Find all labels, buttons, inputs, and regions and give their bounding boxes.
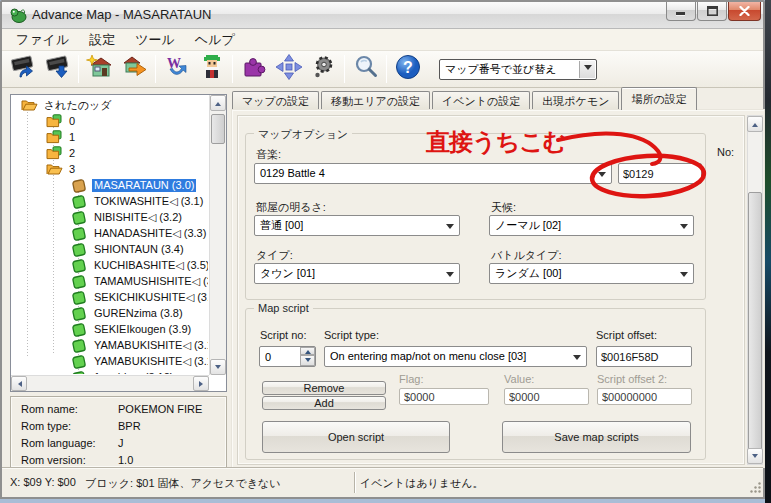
brightness-combobox[interactable]: 普通 [00]: [254, 215, 460, 236]
trainer-button[interactable]: [194, 53, 229, 85]
new-map-button[interactable]: [82, 53, 117, 85]
tree-item[interactable]: 3: [11, 161, 208, 177]
music-number-input[interactable]: [618, 163, 702, 184]
tree-item[interactable]: YAMABUKISHITE◁ (3.10): [11, 337, 208, 353]
open-rom-button[interactable]: [5, 53, 40, 85]
tree-item[interactable]: されたのッダ: [11, 97, 208, 113]
save-map-scripts-button[interactable]: Save map scripts: [502, 421, 691, 453]
tree-item[interactable]: MASARATAUN (3.0): [11, 177, 208, 193]
menu-item-0[interactable]: ファイル: [6, 30, 79, 50]
resize-grip[interactable]: [749, 481, 762, 496]
rom-info-row: Rom language:J: [21, 437, 226, 454]
chevron-down-icon: [446, 224, 454, 233]
map-script-group-title: Map script: [254, 302, 313, 314]
tree-item[interactable]: YAMABUKISHITE◁ (3.11): [11, 353, 208, 369]
map-icon: [71, 242, 89, 257]
sort-dropdown-value: マップ番号で並び替え: [445, 63, 557, 75]
movement-permissions-button[interactable]: [271, 53, 306, 85]
value-label: Value:: [504, 373, 534, 385]
chevron-down-icon[interactable]: [579, 61, 595, 78]
open-script-button[interactable]: Open script: [262, 421, 450, 453]
toolbar-separator: [232, 55, 233, 83]
tree-vertical-scrollbar[interactable]: [209, 95, 226, 375]
advance-map-window: Advance Map - MASARATAUN ファイル設定ツールヘルプ W?…: [0, 0, 765, 499]
tab-2[interactable]: イベントの設定: [432, 91, 530, 110]
tree-item[interactable]: SEKICHIKUSHITE◁ (3.7): [11, 289, 208, 305]
weather-combobox[interactable]: ノーマル [02]: [489, 215, 694, 236]
menu-item-2[interactable]: ツール: [125, 30, 185, 50]
map-icon: [71, 210, 89, 225]
map-type-combobox[interactable]: タウン [01]: [254, 263, 460, 284]
tab-0[interactable]: マップの設定: [232, 91, 319, 110]
tab-3[interactable]: 出現ポケモン: [532, 91, 619, 110]
sort-dropdown[interactable]: マップ番号で並び替え: [439, 59, 597, 80]
tree-item[interactable]: NIBISHITE◁ (3.2): [11, 209, 208, 225]
maximize-button[interactable]: [697, 2, 727, 21]
panel-vertical-scrollbar[interactable]: [747, 115, 763, 465]
save-map-scripts-label: Save map scripts: [554, 431, 638, 443]
block-editor-button[interactable]: [236, 53, 271, 85]
insert-map-button[interactable]: [117, 53, 152, 85]
scrollbar-thumb[interactable]: [748, 192, 762, 450]
music-number-caption: No:: [717, 146, 734, 158]
scroll-down-button[interactable]: [747, 448, 763, 464]
script-type-combobox[interactable]: On entering map/not on menu close [03]: [324, 346, 587, 367]
scroll-up-button[interactable]: [210, 95, 226, 111]
value-input[interactable]: [504, 388, 589, 405]
save-rom-button[interactable]: [40, 53, 75, 85]
tree-item-label: 0: [67, 115, 77, 128]
script-offset2-input[interactable]: [597, 388, 692, 405]
spinner-up-button[interactable]: [300, 347, 315, 355]
zoom-button[interactable]: [348, 53, 383, 85]
scroll-down-button[interactable]: [210, 359, 226, 375]
map-icon: [71, 306, 89, 321]
script-offset-input[interactable]: [596, 346, 692, 367]
tree-item[interactable]: GURENzima (3.8): [11, 305, 208, 321]
tree-rows: されたのッダ0123MASARATAUN (3.0)TOKIWASHITE◁ (…: [11, 97, 208, 374]
brightness-label: 部屋の明るさ:: [256, 200, 326, 215]
scroll-right-button[interactable]: [193, 376, 209, 391]
tree-item[interactable]: HANADASHITE◁ (3.3): [11, 225, 208, 241]
close-icon: [739, 6, 750, 16]
tree-item-label: HANADASHITE◁ (3.3): [92, 227, 208, 240]
tree-item[interactable]: TOKIWASHITE◁ (3.1): [11, 193, 208, 209]
tree-item[interactable]: 1noshima (3.12): [11, 369, 208, 374]
menu-item-1[interactable]: 設定: [79, 30, 125, 50]
remove-script-button[interactable]: Remove: [262, 381, 386, 395]
spinner-down-button[interactable]: [300, 355, 315, 366]
title-bar[interactable]: Advance Map - MASARATAUN: [2, 2, 763, 29]
map-type-value: タウン [01]: [260, 267, 315, 279]
minimize-button[interactable]: [666, 2, 696, 21]
scroll-left-button[interactable]: [11, 376, 27, 391]
add-script-button[interactable]: Add: [262, 396, 386, 410]
tree-item-label: SHIONTAUN (3.4): [92, 243, 186, 256]
maximize-icon: [707, 6, 718, 16]
tree-item[interactable]: SHIONTAUN (3.4): [11, 241, 208, 257]
export-map-button[interactable]: W: [159, 53, 194, 85]
battle-type-combobox[interactable]: ランダム [00]: [489, 263, 694, 284]
close-button[interactable]: [728, 2, 761, 21]
tree-item-label: NIBISHITE◁ (3.2): [92, 211, 184, 224]
folder-open-icon: [46, 162, 64, 176]
music-combobox[interactable]: 0129 Battle 4: [254, 163, 612, 184]
music-label: 音楽:: [256, 147, 281, 162]
scroll-up-button[interactable]: [747, 116, 763, 132]
tab-4[interactable]: 場所の設定: [621, 87, 696, 110]
tree-item[interactable]: SEKIEIkougen (3.9): [11, 321, 208, 337]
flag-input[interactable]: [399, 388, 489, 405]
tree-item[interactable]: TAMAMUSHISHITE◁ (3.6): [11, 273, 208, 289]
help-button[interactable]: ?: [390, 53, 425, 85]
tools-icon: [310, 54, 338, 84]
chevron-down-icon: [680, 224, 688, 233]
map-icon: [71, 194, 89, 209]
menu-item-3[interactable]: ヘルプ: [185, 30, 245, 50]
tab-1[interactable]: 移動エリアの設定: [321, 91, 430, 110]
scrollbar-thumb[interactable]: [211, 114, 225, 144]
tree-item[interactable]: 0: [11, 113, 208, 129]
tree-item[interactable]: KUCHIBASHITE◁ (3.5): [11, 257, 208, 273]
tree-item[interactable]: 2: [11, 145, 208, 161]
tree-item-label: されたのッダ: [42, 99, 114, 112]
tree-item[interactable]: 1: [11, 129, 208, 145]
tools-button[interactable]: [306, 53, 341, 85]
tree-horizontal-scrollbar[interactable]: [11, 375, 209, 391]
